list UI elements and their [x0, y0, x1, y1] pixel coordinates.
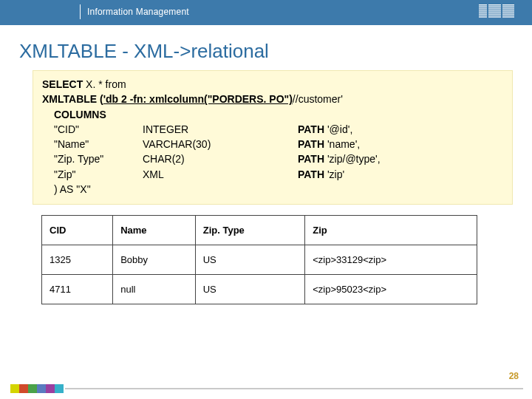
cell-ziptype: US [195, 245, 305, 275]
sql-text: ) AS "X" [42, 182, 503, 197]
svg-rect-7 [487, 4, 488, 19]
sql-text: 'zip/@type', [324, 153, 381, 165]
col-header-cid: CID [42, 216, 113, 245]
ibm-logo [479, 4, 514, 19]
footer-chip [19, 384, 28, 393]
footer-chip [46, 384, 55, 393]
sql-keyword: PATH [298, 168, 324, 180]
cell-name: null [113, 275, 196, 304]
svg-rect-2 [479, 8, 514, 9]
sql-keyword: SELECT [42, 78, 83, 90]
sql-text: XML [143, 167, 298, 182]
slide-title: XMLTABLE - XML->relational [19, 40, 532, 63]
sql-text: '@id', [324, 123, 352, 135]
table-row: 4711 null US <zip>95023<zip> [42, 275, 477, 304]
header-title: Information Management [87, 7, 189, 17]
cell-cid: 1325 [42, 245, 113, 275]
sql-text: X. * from [83, 78, 126, 90]
table-header-row: CID Name Zip. Type Zip [42, 216, 477, 245]
col-header-zip: Zip [305, 216, 477, 245]
sql-text: CHAR(2) [143, 151, 298, 166]
sql-text: 'name', [324, 138, 360, 150]
cell-cid: 4711 [42, 275, 113, 304]
slide-number: 28 [509, 371, 519, 381]
sql-text: "Zip" [54, 167, 143, 182]
sql-text: //customer' [293, 93, 343, 105]
sql-keyword: XMLTABLE ( [42, 93, 103, 105]
sql-keyword: COLUMNS [42, 107, 503, 122]
app-header: Information Management [0, 0, 532, 25]
sql-text: INTEGER [143, 122, 298, 137]
svg-rect-0 [479, 4, 514, 5]
table-row: 1325 Bobby US <zip>33129<zip> [42, 245, 477, 275]
footer-chip [37, 384, 46, 393]
header-divider [80, 4, 81, 19]
svg-rect-8 [501, 4, 502, 19]
cell-zip: <zip>95023<zip> [305, 275, 477, 304]
cell-name: Bobby [113, 245, 196, 275]
svg-rect-4 [479, 13, 514, 13]
svg-rect-3 [479, 10, 514, 11]
sql-text: VARCHAR(30) [143, 137, 298, 151]
footer-chip [10, 384, 19, 393]
col-header-ziptype: Zip. Type [195, 216, 305, 245]
sql-text: 'zip' [324, 168, 344, 180]
footer-chip [28, 384, 37, 393]
sql-code-block: SELECT X. * from XMLTABLE ('db 2 -fn: xm… [33, 70, 513, 205]
sql-text: "Zip. Type" [54, 151, 143, 166]
sql-keyword: 'db 2 -fn: xmlcolumn("PORDERS. PO") [103, 93, 293, 105]
footer-colorbar [10, 384, 523, 393]
svg-rect-1 [479, 7, 514, 7]
sql-keyword: PATH [298, 123, 324, 135]
footer-line [65, 388, 523, 389]
result-table: CID Name Zip. Type Zip 1325 Bobby US <zi… [41, 215, 477, 304]
svg-rect-5 [479, 15, 514, 16]
col-header-name: Name [113, 216, 196, 245]
sql-keyword: PATH [298, 138, 324, 150]
cell-ziptype: US [195, 275, 305, 304]
svg-rect-6 [479, 16, 514, 17]
sql-keyword: PATH [298, 153, 324, 165]
sql-text: "CID" [54, 122, 143, 137]
cell-zip: <zip>33129<zip> [305, 245, 477, 275]
footer-chip [55, 384, 64, 393]
sql-text: "Name" [54, 137, 143, 151]
